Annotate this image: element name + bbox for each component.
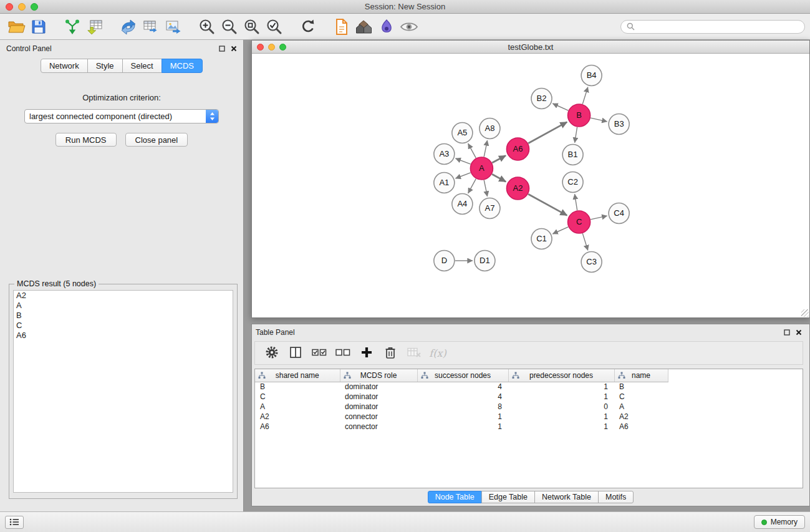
tab-select[interactable]: Select: [122, 59, 162, 73]
task-history-button[interactable]: [5, 516, 24, 529]
graph-edge-C-C1[interactable]: [552, 227, 568, 234]
column-header-predecessor-nodes[interactable]: predecessor nodes: [508, 369, 614, 382]
table-row[interactable]: A6connector11A6: [255, 422, 803, 432]
network-close-button[interactable]: [257, 44, 264, 51]
tab-edge-table[interactable]: Edge Table: [481, 491, 535, 503]
float-panel-icon[interactable]: [219, 46, 225, 52]
split-columns-button[interactable]: [285, 343, 306, 363]
plus-button[interactable]: [356, 343, 377, 363]
graph-edge-A-A4[interactable]: [468, 179, 476, 193]
network-minimize-button[interactable]: [268, 44, 275, 51]
graph-node-A5[interactable]: A5: [452, 123, 473, 143]
graph-edge-B-B3[interactable]: [591, 118, 607, 122]
open-folder-button[interactable]: [5, 16, 27, 37]
network-window-titlebar[interactable]: testGlobe.txt: [252, 41, 809, 54]
table-row[interactable]: A2connector11A2: [255, 412, 803, 422]
tab-mcds[interactable]: MCDS: [162, 59, 203, 73]
graph-node-A3[interactable]: A3: [434, 144, 455, 165]
graph-node-A[interactable]: A: [470, 157, 493, 180]
graph-node-D[interactable]: D: [434, 251, 455, 271]
zoom-window-button[interactable]: [31, 3, 38, 11]
close-window-button[interactable]: [6, 3, 13, 11]
graph-edge-A-A8[interactable]: [484, 140, 487, 157]
table-row[interactable]: Cdominator41C: [255, 392, 803, 402]
network-zoom-button[interactable]: [279, 44, 286, 51]
run-mcds-button[interactable]: Run MCDS: [55, 133, 117, 147]
home-button[interactable]: [353, 16, 375, 37]
tab-style[interactable]: Style: [87, 59, 123, 73]
tab-motifs[interactable]: Motifs: [598, 491, 634, 503]
tab-network[interactable]: Network: [41, 59, 88, 73]
tab-node-table[interactable]: Node Table: [428, 491, 482, 503]
column-header-MCDS-role[interactable]: MCDS role: [340, 369, 417, 382]
float-table-panel-icon[interactable]: [784, 329, 790, 336]
minimize-window-button[interactable]: [18, 3, 26, 11]
graph-node-A6[interactable]: A6: [506, 138, 529, 160]
graph-node-A2[interactable]: A2: [506, 177, 529, 200]
import-network-button[interactable]: [61, 16, 84, 37]
checked-boxes-button[interactable]: [309, 343, 330, 363]
export-image-button[interactable]: [162, 16, 185, 37]
graph-edge-B-B4[interactable]: [582, 87, 588, 104]
search-box[interactable]: [620, 20, 805, 34]
graph-node-A7[interactable]: A7: [480, 198, 500, 219]
table-row[interactable]: Bdominator41B: [255, 382, 803, 392]
graph-edge-A-A5[interactable]: [468, 143, 476, 158]
mcds-result-item[interactable]: B: [14, 311, 233, 321]
graph-edge-B-B2[interactable]: [552, 104, 568, 110]
style-pen-button[interactable]: [375, 16, 398, 37]
gear-button[interactable]: [261, 343, 282, 363]
graph-edge-A-A3[interactable]: [456, 158, 471, 164]
column-header-name[interactable]: name: [614, 369, 668, 382]
refresh-layout-button[interactable]: [297, 16, 319, 37]
graph-node-B[interactable]: B: [568, 104, 591, 127]
graph-node-B4[interactable]: B4: [581, 65, 602, 86]
close-table-panel-icon[interactable]: [796, 329, 802, 336]
close-panel-icon[interactable]: [231, 46, 237, 52]
graph-edge-A-A1[interactable]: [456, 173, 471, 178]
graph-node-C[interactable]: C: [568, 211, 591, 233]
save-floppy-button[interactable]: [27, 16, 50, 37]
graph-node-B1[interactable]: B1: [562, 145, 583, 165]
export-table-button[interactable]: [140, 16, 162, 37]
eye-button[interactable]: [398, 16, 420, 37]
clipboard-document-button[interactable]: [330, 16, 353, 37]
graph-node-C2[interactable]: C2: [562, 172, 583, 193]
graph-edge-A6-B[interactable]: [528, 122, 567, 143]
zoom-fit-button[interactable]: [241, 16, 263, 37]
graph-edge-C-C4[interactable]: [591, 216, 607, 220]
column-header-successor-nodes[interactable]: successor nodes: [417, 369, 508, 382]
graph-node-A1[interactable]: A1: [434, 173, 455, 193]
tab-network-table[interactable]: Network Table: [534, 491, 599, 503]
zoom-in-button[interactable]: [196, 16, 218, 37]
graph-edge-A-A2[interactable]: [492, 174, 506, 181]
mcds-result-list[interactable]: A2ABCA6: [13, 290, 233, 493]
criterion-select[interactable]: largest connected component (directed): [24, 109, 219, 123]
graph-node-B3[interactable]: B3: [609, 114, 629, 135]
zoom-out-button[interactable]: [218, 16, 241, 37]
import-table-button[interactable]: [84, 16, 106, 37]
mcds-result-item[interactable]: A2: [14, 291, 233, 301]
network-graph[interactable]: B4B2BB3A8A5A6B1A3AC2A1A2A4A7C4CC1C3DD1: [252, 54, 809, 317]
mcds-result-item[interactable]: A6: [14, 331, 233, 341]
zoom-selected-button[interactable]: [263, 16, 286, 37]
close-panel-button[interactable]: Close panel: [125, 133, 188, 147]
graph-node-C1[interactable]: C1: [531, 229, 552, 249]
memory-button[interactable]: Memory: [754, 515, 805, 529]
graph-node-B2[interactable]: B2: [531, 89, 552, 109]
search-input[interactable]: [638, 22, 799, 31]
graph-node-C4[interactable]: C4: [609, 203, 629, 224]
trash-button[interactable]: [380, 343, 401, 363]
graph-node-A4[interactable]: A4: [452, 194, 473, 215]
resize-grip[interactable]: [801, 309, 809, 317]
mcds-result-item[interactable]: A: [14, 301, 233, 311]
network-canvas[interactable]: B4B2BB3A8A5A6B1A3AC2A1A2A4A7C4CC1C3DD1: [252, 54, 809, 317]
graph-node-A8[interactable]: A8: [480, 118, 500, 139]
graph-edge-C-C3[interactable]: [582, 233, 588, 250]
unchecked-boxes-button[interactable]: [332, 343, 354, 363]
table-row[interactable]: Adominator80A: [255, 402, 803, 412]
mcds-result-item[interactable]: C: [14, 321, 233, 331]
graph-node-D1[interactable]: D1: [475, 251, 495, 271]
titlebar[interactable]: Session: New Session: [0, 0, 810, 14]
graph-edge-C-C2[interactable]: [575, 194, 577, 210]
